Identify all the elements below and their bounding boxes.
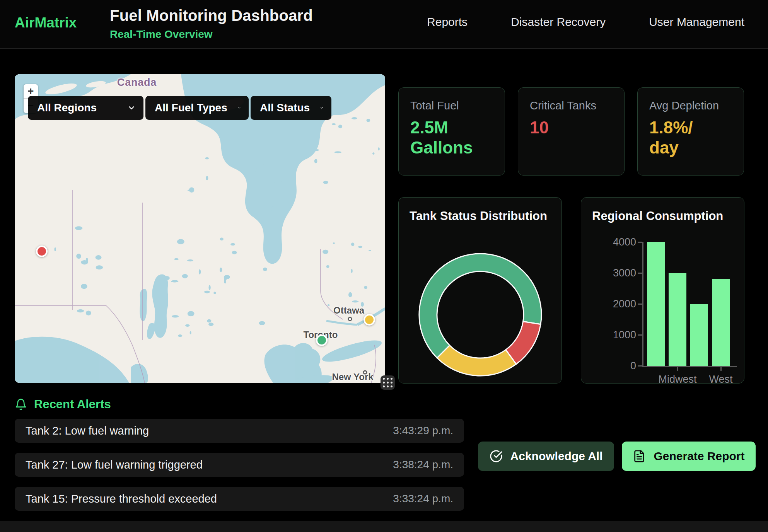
page-subtitle: Real-Time Overview bbox=[110, 28, 313, 41]
y-axis-tick-label: 4000 bbox=[586, 236, 636, 248]
stat-value: 1.8%/​day bbox=[649, 118, 717, 158]
nav-item-reports[interactable]: Reports bbox=[427, 15, 468, 29]
filter-dropdown-all-regions[interactable]: All Regions bbox=[28, 96, 143, 120]
y-axis-tick-mark bbox=[638, 242, 642, 243]
chevron-down-icon bbox=[237, 104, 241, 112]
bell-icon bbox=[15, 398, 27, 411]
consumption-bar[interactable] bbox=[647, 242, 665, 366]
stat-label: Avg Depletion bbox=[649, 99, 732, 112]
stat-value: 10 bbox=[530, 118, 597, 138]
y-axis-tick-label: 3000 bbox=[586, 267, 636, 279]
chart-cards: Tank Status Distribution Regional Consum… bbox=[398, 197, 744, 384]
map-city-dot bbox=[348, 317, 352, 321]
generate-report-button[interactable]: Generate Report bbox=[622, 442, 756, 471]
filter-dropdown-all-fuel-types[interactable]: All Fuel Types bbox=[145, 96, 249, 120]
filter-label: All Regions bbox=[37, 102, 97, 114]
stat-card-avg-depletion: Avg Depletion1.8%/​day bbox=[637, 87, 744, 176]
tank-status-card: Tank Status Distribution bbox=[398, 197, 562, 384]
y-axis-tick-mark bbox=[638, 304, 642, 305]
chevron-down-icon bbox=[127, 104, 136, 112]
nav-item-user-management[interactable]: User Management bbox=[649, 15, 744, 29]
tank-marker-warning[interactable] bbox=[364, 314, 375, 326]
chevron-down-icon bbox=[320, 104, 324, 112]
stat-card-critical-tanks: Critical Tanks10 bbox=[518, 87, 625, 176]
filter-label: All Fuel Types bbox=[155, 102, 227, 114]
y-axis-tick-mark bbox=[638, 365, 642, 367]
stat-cards: Total Fuel2.5M GallonsCritical Tanks10Av… bbox=[398, 87, 744, 176]
tank-marker-normal[interactable] bbox=[316, 334, 328, 346]
map-city-label-ottawa: Ottawa bbox=[333, 305, 364, 316]
alert-timestamp: 3:33:24 p.m. bbox=[393, 493, 453, 505]
document-icon bbox=[633, 450, 646, 463]
title-block: Fuel Monitoring Dashboard Real-Time Over… bbox=[110, 7, 313, 41]
alert-message: Tank 27: Low fuel warning triggered bbox=[26, 459, 203, 471]
map-city-dot bbox=[363, 370, 367, 375]
map-filters: All RegionsAll Fuel TypesAll Status bbox=[28, 96, 331, 120]
y-axis-tick-label: 0 bbox=[586, 360, 636, 372]
alert-row[interactable]: Tank 27: Low fuel warning triggered3:38:… bbox=[15, 453, 464, 477]
x-axis-line bbox=[642, 366, 737, 367]
filter-label: All Status bbox=[260, 102, 310, 114]
filter-dropdown-all-status[interactable]: All Status bbox=[251, 96, 331, 120]
acknowledge-all-button[interactable]: Acknowledge All bbox=[478, 442, 614, 471]
alert-row[interactable]: Tank 15: Pressure threshold exceeded3:33… bbox=[15, 487, 464, 511]
map-city-label-new-york: New York bbox=[332, 372, 373, 382]
alerts-header: Recent Alerts bbox=[15, 397, 111, 411]
panel-drag-handle-icon[interactable] bbox=[381, 375, 395, 390]
stat-label: Critical Tanks bbox=[530, 99, 613, 112]
x-axis-category-label: Midwest bbox=[658, 373, 696, 385]
tank-status-title: Tank Status Distribution bbox=[410, 209, 551, 223]
regional-consumption-title: Regional Consumption bbox=[592, 209, 733, 223]
alerts-title: Recent Alerts bbox=[34, 397, 111, 411]
x-axis-category-label: West bbox=[709, 373, 732, 385]
consumption-bar[interactable] bbox=[712, 279, 730, 366]
alert-row[interactable]: Tank 2: Low fuel warning3:43:29 p.m. bbox=[15, 419, 464, 443]
app-header: AirMatrix Fuel Monitoring Dashboard Real… bbox=[0, 0, 768, 49]
tank-status-donut-chart bbox=[399, 232, 562, 379]
y-axis-line bbox=[642, 242, 643, 367]
stat-value: 2.5M Gallons bbox=[410, 118, 478, 158]
consumption-bar[interactable] bbox=[669, 273, 686, 366]
check-circle-icon bbox=[490, 450, 503, 463]
stat-label: Total Fuel bbox=[410, 99, 493, 112]
alert-timestamp: 3:38:24 p.m. bbox=[393, 459, 453, 471]
stat-card-total-fuel: Total Fuel2.5M Gallons bbox=[398, 87, 505, 176]
consumption-bar[interactable] bbox=[690, 304, 708, 366]
nav-item-disaster-recovery[interactable]: Disaster Recovery bbox=[511, 15, 606, 29]
alert-message: Tank 15: Pressure threshold exceeded bbox=[26, 493, 217, 505]
generate-report-label: Generate Report bbox=[654, 450, 744, 463]
alert-timestamp: 3:43:29 p.m. bbox=[393, 425, 453, 437]
regional-consumption-card: Regional Consumption 40003000200010000Mi… bbox=[581, 197, 744, 384]
footer-strip bbox=[0, 521, 768, 532]
y-axis-tick-label: 2000 bbox=[586, 298, 636, 310]
app-logo: AirMatrix bbox=[15, 15, 77, 31]
map-country-label: Canada bbox=[117, 77, 157, 89]
regional-consumption-bar-chart: 40003000200010000MidwestWest bbox=[581, 232, 745, 379]
alert-message: Tank 2: Low fuel warning bbox=[26, 425, 149, 437]
tank-marker-critical[interactable] bbox=[36, 246, 48, 257]
y-axis-tick-mark bbox=[638, 334, 642, 336]
y-axis-tick-label: 1000 bbox=[586, 329, 636, 341]
y-axis-tick-mark bbox=[638, 273, 642, 274]
x-axis-tick-mark bbox=[677, 367, 678, 371]
acknowledge-all-label: Acknowledge All bbox=[510, 450, 603, 463]
x-axis-tick-mark bbox=[720, 367, 722, 371]
main-nav: ReportsDisaster RecoveryUser Management bbox=[427, 15, 744, 29]
donut-segment-warning[interactable] bbox=[437, 345, 516, 376]
page-title: Fuel Monitoring Dashboard bbox=[110, 7, 313, 24]
fuel-map[interactable]: + − All RegionsAll Fuel TypesAll Status … bbox=[15, 74, 385, 383]
